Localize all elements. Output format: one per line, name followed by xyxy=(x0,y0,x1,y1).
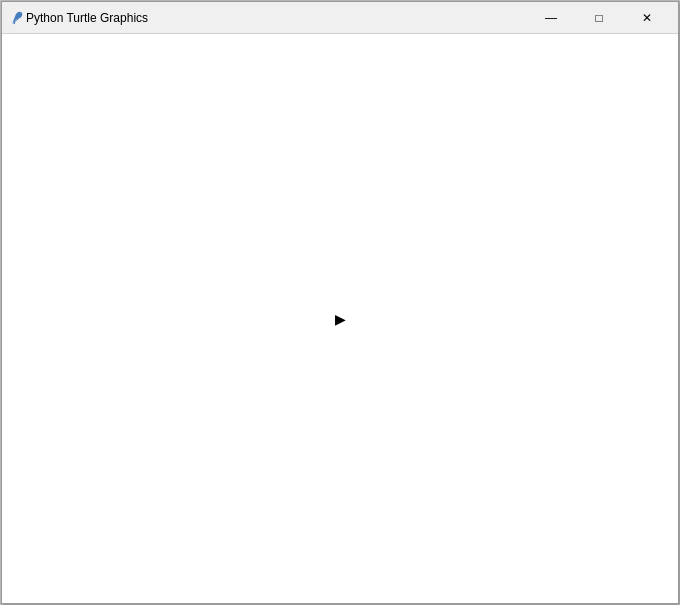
close-button[interactable]: ✕ xyxy=(624,2,670,34)
window-title: Python Turtle Graphics xyxy=(26,11,528,25)
window-controls: — □ ✕ xyxy=(528,2,670,34)
minimize-button[interactable]: — xyxy=(528,2,574,34)
window: Python Turtle Graphics — □ ✕ ▶ xyxy=(1,1,679,604)
turtle-cursor: ▶ xyxy=(335,312,346,326)
app-icon xyxy=(10,10,26,26)
maximize-button[interactable]: □ xyxy=(576,2,622,34)
title-bar: Python Turtle Graphics — □ ✕ xyxy=(2,2,678,34)
turtle-canvas: ▶ xyxy=(2,34,678,603)
